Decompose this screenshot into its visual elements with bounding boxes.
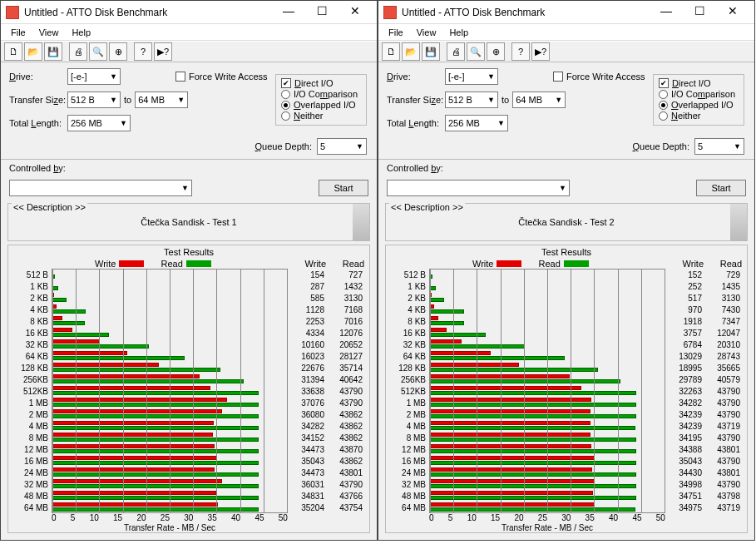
write-value: 34282: [665, 398, 704, 408]
zoom-icon[interactable]: ⊕: [487, 42, 505, 61]
maximize-button[interactable]: ☐: [305, 4, 338, 21]
write-value: 34152: [288, 433, 326, 443]
radio-overlapped-io[interactable]: Overlapped I/O: [281, 100, 361, 110]
row-label: 12 MB: [8, 445, 52, 454]
col-write: Write: [665, 259, 704, 269]
write-value: 287: [288, 282, 326, 291]
controlled-by-label: Controlled by:: [9, 163, 66, 173]
menu-view[interactable]: View: [412, 26, 442, 39]
read-value: 43798: [704, 492, 742, 501]
new-icon[interactable]: 🗋: [382, 42, 400, 61]
direct-io-checkbox[interactable]: ✔ Direct I/O: [659, 78, 739, 88]
row-label: 512 B: [386, 270, 429, 279]
open-icon[interactable]: 📂: [24, 42, 42, 61]
queue-depth-select[interactable]: 5▼: [317, 138, 367, 155]
minimize-button[interactable]: —: [272, 4, 305, 21]
results-title: Test Results: [8, 247, 369, 257]
row-label: 1 MB: [8, 398, 52, 408]
start-button[interactable]: Start: [319, 180, 368, 196]
write-value: 13029: [665, 352, 704, 361]
description-legend: << Description >>: [12, 202, 87, 212]
total-length-select[interactable]: 256 MB▼: [67, 115, 131, 131]
menu-view[interactable]: View: [34, 26, 64, 39]
save-icon[interactable]: 💾: [44, 42, 62, 61]
read-value: 43870: [326, 445, 364, 454]
window-title: Untitled - ATTO Disk Benchmark: [402, 7, 650, 18]
radio-overlapped-io[interactable]: Overlapped I/O: [659, 100, 739, 110]
menu-file[interactable]: File: [383, 26, 408, 39]
write-value: 34831: [288, 492, 326, 501]
toolbar: 🗋 📂 💾 🖨 🔍 ⊕ ? ▶?: [378, 41, 754, 62]
start-button[interactable]: Start: [696, 180, 746, 196]
menu-file[interactable]: File: [6, 26, 31, 39]
menu-help[interactable]: Help: [444, 26, 473, 39]
print-preview-icon[interactable]: 🔍: [89, 42, 107, 61]
queue-depth-label: Queue Depth:: [255, 141, 313, 151]
row-label: 512 B: [8, 270, 52, 279]
write-value: 34473: [288, 468, 326, 477]
radio-neither[interactable]: Neither: [659, 111, 739, 121]
row-label: 16 MB: [386, 457, 429, 466]
new-icon[interactable]: 🗋: [4, 42, 22, 61]
controlled-by-select[interactable]: ▼: [9, 180, 192, 196]
about-icon[interactable]: ?: [134, 42, 152, 61]
read-value: 1432: [326, 282, 364, 291]
context-help-icon[interactable]: ▶?: [154, 42, 172, 61]
size-from-select[interactable]: 512 B▼: [445, 91, 498, 108]
radio-io-comparison[interactable]: I/O Comparison: [659, 89, 739, 99]
write-value: 18995: [665, 363, 704, 373]
read-value: 43862: [326, 457, 364, 466]
app-icon: [6, 6, 19, 19]
read-value: 28127: [326, 352, 364, 361]
read-value: 43790: [704, 398, 742, 408]
read-value: 28743: [704, 352, 742, 361]
direct-io-checkbox[interactable]: ✔ Direct I/O: [281, 78, 361, 88]
checkbox-icon: [175, 72, 185, 82]
open-icon[interactable]: 📂: [402, 42, 420, 61]
description-value: Čtečka Sandisk - Test 2: [386, 217, 747, 227]
scrollbar[interactable]: [353, 204, 369, 240]
about-icon[interactable]: ?: [511, 42, 530, 61]
results-panel: Test Results Write Read Write Read 512 B: [7, 245, 370, 533]
menu-help[interactable]: Help: [67, 26, 96, 39]
controlled-by-select[interactable]: ▼: [387, 180, 570, 196]
queue-depth-select[interactable]: 5▼: [694, 138, 744, 155]
close-button[interactable]: ✕: [338, 4, 372, 21]
write-value: 34473: [288, 445, 326, 454]
maximize-button[interactable]: ☐: [683, 4, 716, 21]
context-help-icon[interactable]: ▶?: [531, 42, 550, 61]
total-length-select[interactable]: 256 MB▼: [445, 115, 508, 131]
write-value: 22676: [288, 363, 326, 373]
size-from-select[interactable]: 512 B▼: [67, 91, 121, 108]
scrollbar[interactable]: [730, 204, 747, 240]
size-to-select[interactable]: 64 MB▼: [135, 91, 188, 108]
window-title: Untitled - ATTO Disk Benchmark: [24, 7, 272, 18]
read-value: 43719: [704, 422, 742, 431]
radio-io-comparison[interactable]: I/O Comparison: [281, 89, 361, 99]
read-value: 3130: [704, 294, 742, 303]
print-preview-icon[interactable]: 🔍: [467, 42, 485, 61]
chart-1: 512 B 152 729 1 KB 252 1435 2 KB 517 313…: [386, 269, 747, 513]
print-icon[interactable]: 🖨: [447, 42, 465, 61]
force-write-checkbox[interactable]: Force Write Access: [175, 72, 275, 82]
controlled-by-label: Controlled by:: [387, 163, 443, 173]
write-value: 34239: [665, 422, 704, 431]
radio-neither[interactable]: Neither: [281, 111, 361, 121]
size-to-select[interactable]: 64 MB▼: [512, 91, 566, 108]
read-value: 729: [704, 270, 742, 279]
force-write-checkbox[interactable]: Force Write Access: [553, 72, 653, 82]
drive-select[interactable]: [-e-]▼: [67, 68, 121, 85]
save-icon[interactable]: 💾: [422, 42, 440, 61]
drive-select[interactable]: [-e-]▼: [445, 68, 498, 85]
write-value: 34751: [665, 492, 704, 501]
minimize-button[interactable]: —: [650, 4, 683, 21]
read-value: 43862: [326, 433, 364, 443]
close-button[interactable]: ✕: [716, 4, 749, 21]
read-value: 43790: [326, 387, 364, 396]
zoom-icon[interactable]: ⊕: [109, 42, 127, 61]
read-value: 12047: [704, 329, 742, 338]
write-value: 34975: [665, 503, 704, 512]
row-label: 32 KB: [386, 340, 429, 349]
io-mode-group: ✔ Direct I/O I/O Comparison Overlapped I…: [275, 74, 367, 126]
print-icon[interactable]: 🖨: [69, 42, 87, 61]
